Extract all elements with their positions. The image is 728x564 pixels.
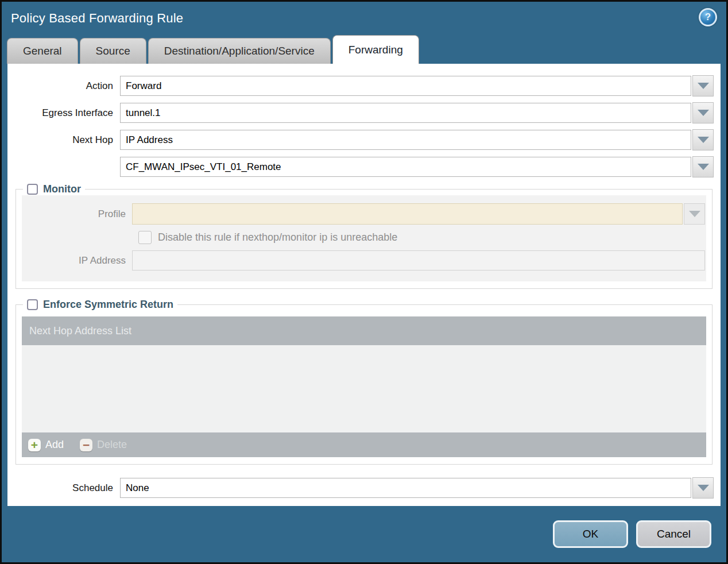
tab-label: General — [23, 45, 62, 57]
forwarding-tab-panel: Action Egress Interface Next Hop — [7, 64, 721, 506]
next-hop-label: Next Hop — [7, 134, 120, 146]
chevron-down-icon — [698, 83, 709, 89]
monitor-legend-label: Monitor — [43, 183, 81, 195]
egress-interface-dropdown-button[interactable] — [692, 102, 714, 123]
profile-row: Profile — [22, 203, 706, 225]
schedule-combo — [120, 477, 714, 499]
tab-label: Destination/Application/Service — [164, 45, 315, 57]
monitor-legend: Monitor — [23, 183, 85, 195]
dialog-title: Policy Based Forwarding Rule — [11, 11, 183, 26]
dialog-footer: OK Cancel — [2, 506, 726, 562]
tab-forwarding[interactable]: Forwarding — [332, 35, 419, 64]
add-icon: + — [28, 439, 41, 451]
profile-dropdown-button — [684, 203, 705, 225]
tab-general[interactable]: General — [7, 38, 78, 64]
next-hop-address-row — [7, 156, 721, 177]
next-hop-address-combo — [120, 156, 714, 177]
tab-source[interactable]: Source — [80, 38, 146, 64]
monitor-checkbox[interactable] — [27, 184, 38, 195]
enforce-symmetric-return-checkbox[interactable] — [27, 299, 38, 310]
dialog-titlebar: Policy Based Forwarding Rule ? — [2, 2, 726, 35]
delete-button: − Delete — [80, 439, 127, 451]
enforce-symmetric-return-legend: Enforce Symmetric Return — [23, 299, 177, 311]
monitor-ip-address-label: IP Address — [22, 255, 132, 266]
egress-interface-input[interactable] — [120, 103, 691, 123]
tab-destination-application-service[interactable]: Destination/Application/Service — [148, 38, 331, 64]
next-hop-row: Next Hop — [7, 129, 721, 150]
delete-button-label: Delete — [97, 439, 127, 451]
monitor-ip-address-row: IP Address — [22, 250, 706, 271]
next-hop-address-list-toolbar: + Add − Delete — [22, 432, 706, 457]
chevron-down-icon — [698, 164, 709, 170]
disable-rule-label: Disable this rule if nexthop/monitor ip … — [158, 231, 397, 244]
tab-label: Source — [96, 45, 130, 57]
egress-interface-combo — [120, 102, 714, 123]
tab-label: Forwarding — [348, 44, 403, 56]
policy-based-forwarding-dialog: Policy Based Forwarding Rule ? General S… — [0, 0, 728, 564]
add-button-label: Add — [45, 439, 64, 451]
ok-button[interactable]: OK — [553, 520, 628, 548]
schedule-input[interactable] — [120, 478, 691, 498]
next-hop-dropdown-button[interactable] — [692, 129, 714, 150]
action-dropdown-button[interactable] — [692, 75, 714, 96]
next-hop-address-list-header-label: Next Hop Address List — [29, 325, 131, 337]
monitor-ip-address-input — [132, 250, 705, 271]
next-hop-address-input[interactable] — [120, 157, 691, 177]
monitor-section: Monitor Profile Disable this rule if nex… — [16, 183, 712, 289]
egress-interface-row: Egress Interface — [7, 102, 721, 123]
action-input[interactable] — [120, 76, 691, 96]
enforce-symmetric-return-section: Enforce Symmetric Return Next Hop Addres… — [16, 299, 712, 465]
enforce-symmetric-return-label: Enforce Symmetric Return — [43, 299, 173, 311]
add-button[interactable]: + Add — [28, 439, 64, 451]
disable-rule-checkbox — [138, 231, 152, 244]
help-icon[interactable]: ? — [699, 8, 717, 26]
schedule-dropdown-button[interactable] — [692, 477, 714, 499]
next-hop-address-dropdown-button[interactable] — [692, 156, 714, 177]
next-hop-address-list-header: Next Hop Address List — [22, 316, 706, 345]
chevron-down-icon — [698, 485, 709, 491]
chevron-down-icon — [698, 110, 709, 116]
profile-label: Profile — [22, 208, 132, 220]
profile-input — [132, 203, 683, 225]
next-hop-type-input[interactable] — [120, 130, 691, 150]
tab-bar: General Source Destination/Application/S… — [2, 35, 726, 64]
action-row: Action — [7, 75, 721, 96]
next-hop-address-list-table: Next Hop Address List + Add − Delete — [22, 316, 706, 457]
help-glyph: ? — [705, 11, 711, 23]
action-combo — [120, 75, 714, 96]
delete-icon: − — [80, 439, 92, 451]
monitor-panel: Profile Disable this rule if nexthop/mon… — [22, 195, 706, 281]
action-label: Action — [7, 80, 120, 92]
chevron-down-icon — [698, 137, 709, 143]
next-hop-combo — [120, 129, 714, 150]
egress-interface-label: Egress Interface — [7, 107, 120, 119]
next-hop-address-list-body[interactable] — [22, 345, 706, 432]
schedule-label: Schedule — [7, 482, 120, 494]
disable-rule-row: Disable this rule if nexthop/monitor ip … — [138, 231, 706, 244]
cancel-button[interactable]: Cancel — [636, 520, 711, 548]
schedule-row: Schedule — [7, 477, 721, 499]
chevron-down-icon — [689, 211, 700, 217]
